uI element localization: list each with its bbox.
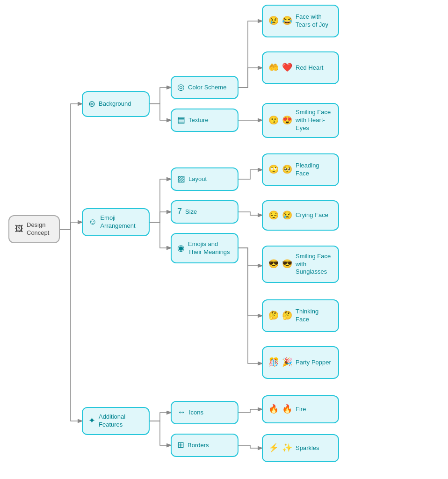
face-tears-joy-label: Face with Tears of Joy	[296, 13, 332, 29]
sparkles-icon1: ⚡	[268, 443, 279, 453]
party-popper-label: Party Popper	[296, 359, 332, 367]
icons-icon: ↔	[177, 407, 186, 418]
sparkles-icon2: ✨	[282, 443, 292, 453]
face-tears-joy-icon1: 😢	[268, 15, 279, 26]
emoji-arrangement-icon: ☺	[88, 217, 97, 227]
layout-icon: ▨	[177, 174, 185, 184]
smiling-heart-eyes-icon1: 😗	[268, 115, 279, 126]
smiling-sunglasses-node: 😎 😎 Smiling Face with Sunglasses	[262, 246, 339, 283]
face-tears-joy-icon2: 😂	[282, 15, 292, 26]
pleading-face-node: 🙄 🥺 Pleading Face	[262, 153, 339, 186]
smiling-heart-eyes-label: Smiling Face with Heart-Eyes	[296, 109, 332, 132]
icons-node: ↔ Icons	[171, 401, 238, 424]
background-node: ⊛ Background	[82, 91, 150, 117]
red-heart-icon2: ❤️	[282, 62, 292, 73]
sparkles-label: Sparkles	[296, 444, 332, 452]
layout-label: Layout	[188, 175, 232, 183]
size-icon: 7	[177, 206, 182, 217]
background-icon: ⊛	[88, 99, 95, 109]
fire-label: Fire	[296, 406, 332, 414]
texture-label: Texture	[188, 116, 232, 124]
pleading-face-label: Pleading Face	[296, 162, 332, 178]
color-scheme-node: ◎ Color Scheme	[171, 76, 238, 99]
mind-map-diagram: 🖼 Design Concept ⊛ Background ☺ Emoji Ar…	[0, 0, 448, 479]
thinking-face-label: Thinking Face	[296, 308, 332, 324]
additional-features-label: Additional Features	[99, 413, 143, 429]
smiling-sunglasses-icon2: 😎	[282, 259, 292, 269]
red-heart-icon1: 🤲	[268, 62, 279, 73]
fire-icon2: 🔥	[282, 404, 292, 414]
party-popper-icon1: 🎊	[268, 357, 279, 368]
face-tears-joy-node: 😢 😂 Face with Tears of Joy	[262, 5, 339, 37]
color-scheme-icon: ◎	[177, 82, 185, 93]
party-popper-node: 🎊 🎉 Party Popper	[262, 346, 339, 379]
texture-node: ▤ Texture	[171, 109, 238, 132]
crying-face-node: 😔 😢 Crying Face	[262, 200, 339, 231]
icons-label: Icons	[189, 409, 232, 417]
additional-features-node: ✦ Additional Features	[82, 407, 150, 435]
root-icon: 🖼	[15, 224, 23, 234]
emoji-arrangement-label: Emoji Arrangement	[100, 214, 143, 230]
sparkles-node: ⚡ ✨ Sparkles	[262, 434, 339, 462]
borders-icon: ⊞	[177, 440, 184, 450]
pleading-face-icon2: 🥺	[282, 164, 292, 175]
crying-face-label: Crying Face	[296, 211, 332, 219]
root-label: Design Concept	[27, 221, 53, 237]
size-node: 7 Size	[171, 200, 238, 224]
smiling-sunglasses-icon1: 😎	[268, 259, 279, 269]
thinking-face-icon1: 🤔	[268, 310, 279, 321]
red-heart-node: 🤲 ❤️ Red Heart	[262, 51, 339, 84]
color-scheme-label: Color Scheme	[188, 84, 232, 92]
size-label: Size	[185, 208, 232, 216]
root-node: 🖼 Design Concept	[8, 215, 60, 243]
crying-face-icon2: 😢	[282, 210, 292, 221]
emojis-meanings-label: Emojis and Their Meanings	[188, 240, 232, 256]
borders-label: Borders	[188, 442, 232, 450]
fire-icon1: 🔥	[268, 404, 279, 414]
red-heart-label: Red Heart	[296, 64, 332, 72]
texture-icon: ▤	[177, 115, 185, 125]
emojis-meanings-icon: ◉	[177, 243, 185, 254]
emojis-meanings-node: ◉ Emojis and Their Meanings	[171, 233, 238, 263]
thinking-face-node: 🤔 🤔 Thinking Face	[262, 299, 339, 332]
smiling-heart-eyes-icon2: 😍	[282, 115, 292, 126]
layout-node: ▨ Layout	[171, 167, 238, 191]
additional-features-icon: ✦	[88, 415, 95, 426]
pleading-face-icon1: 🙄	[268, 164, 279, 175]
borders-node: ⊞ Borders	[171, 434, 238, 457]
fire-node: 🔥 🔥 Fire	[262, 395, 339, 423]
smiling-heart-eyes-node: 😗 😍 Smiling Face with Heart-Eyes	[262, 103, 339, 138]
smiling-sunglasses-label: Smiling Face with Sunglasses	[296, 253, 332, 276]
crying-face-icon1: 😔	[268, 210, 279, 221]
background-label: Background	[99, 100, 143, 108]
emoji-arrangement-node: ☺ Emoji Arrangement	[82, 208, 150, 236]
party-popper-icon2: 🎉	[282, 357, 292, 368]
thinking-face-icon2: 🤔	[282, 310, 292, 321]
